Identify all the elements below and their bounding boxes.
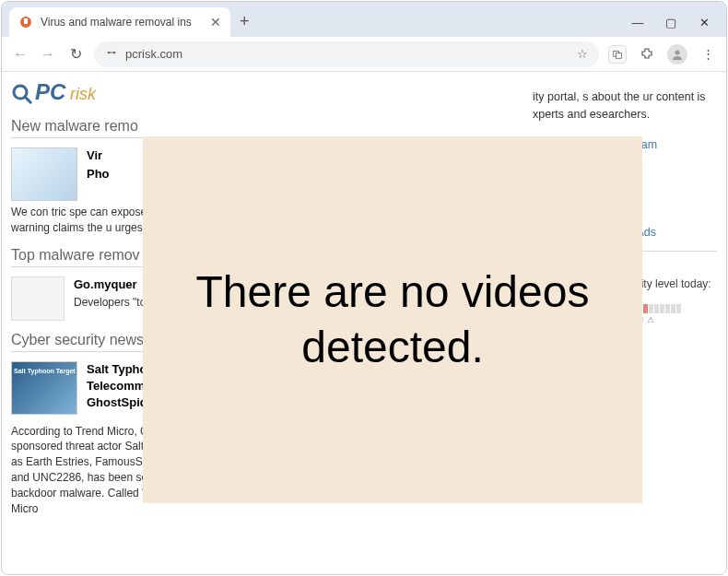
forward-button[interactable]: → (39, 46, 57, 63)
tab-favicon-icon (18, 15, 33, 29)
bookmark-star-icon[interactable]: ☆ (577, 47, 588, 61)
translate-icon[interactable] (608, 45, 627, 64)
browser-toolbar: ← → ↻ pcrisk.com ☆ ⋮ (2, 37, 726, 72)
window-controls: — ▢ ✕ (630, 15, 719, 29)
svg-rect-1 (24, 18, 28, 24)
extensions-icon[interactable] (638, 45, 656, 64)
maximize-icon[interactable]: ▢ (663, 15, 678, 29)
tab-close-icon[interactable]: ✕ (210, 15, 221, 29)
article-thumbnail (11, 276, 65, 321)
article-thumbnail (11, 361, 77, 415)
back-button[interactable]: ← (11, 46, 29, 63)
address-bar[interactable]: pcrisk.com ☆ (94, 41, 599, 67)
site-logo[interactable]: PC risk (11, 77, 522, 107)
video-overlay: There are no videos detected. (143, 136, 642, 503)
svg-line-9 (25, 97, 31, 103)
svg-point-7 (675, 50, 680, 54)
about-text: ity portal, s about the ur content is xp… (533, 88, 717, 123)
warning-icon: ⚠ (647, 315, 654, 324)
site-info-icon[interactable] (105, 46, 118, 62)
new-tab-button[interactable]: + (240, 12, 250, 31)
url-text: pcrisk.com (125, 47, 569, 61)
section-new-malware: New malware remo (11, 118, 522, 138)
minimize-icon[interactable]: — (630, 15, 645, 29)
menu-icon[interactable]: ⋮ (699, 45, 717, 64)
browser-tab[interactable]: Virus and malware removal ins ✕ (9, 7, 230, 37)
article-title: Vir (87, 147, 110, 164)
svg-text:PC: PC (35, 79, 66, 104)
reload-button[interactable]: ↻ (66, 45, 85, 63)
article-thumbnail (11, 147, 77, 201)
tab-title: Virus and malware removal ins (41, 16, 203, 29)
svg-rect-6 (616, 53, 622, 58)
window-titlebar: Virus and malware removal ins ✕ + — ▢ ✕ (2, 2, 726, 37)
article-body: Vir Pho (87, 147, 110, 201)
svg-text:risk: risk (70, 85, 97, 103)
page-viewport: PC risk New malware remo Vir Pho We con … (2, 72, 726, 575)
profile-avatar-icon[interactable] (667, 44, 687, 65)
svg-point-8 (14, 86, 27, 99)
article-title-line2: Pho (87, 166, 110, 182)
close-window-icon[interactable]: ✕ (697, 15, 711, 29)
overlay-message: There are no videos detected. (143, 264, 642, 375)
